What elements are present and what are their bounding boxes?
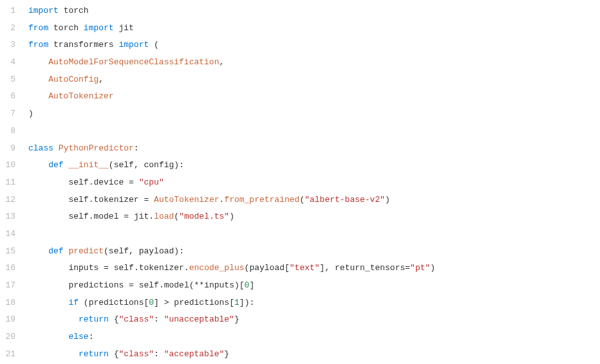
identifier: predictions xyxy=(89,298,144,307)
function-name: encode_plus xyxy=(189,263,245,273)
identifier: jit xyxy=(118,23,133,33)
line-number: 11 xyxy=(0,174,15,192)
number-literal: 1 xyxy=(234,298,239,307)
keyword: import xyxy=(118,40,149,50)
comma: , xyxy=(324,263,330,273)
line-number: 19 xyxy=(0,311,15,329)
code-line xyxy=(28,123,600,140)
comma: , xyxy=(134,160,139,170)
identifier: self xyxy=(68,212,88,221)
keyword: from xyxy=(28,23,48,33)
code-line: return {"class": "unacceptable"} xyxy=(28,311,600,329)
paren: ) xyxy=(234,280,239,290)
keyword: def xyxy=(48,160,63,170)
code-line: def predict(self, payload): xyxy=(28,243,600,260)
class-name: AutoConfig xyxy=(48,75,98,84)
line-number: 17 xyxy=(0,277,15,295)
class-name: AutoModelForSequenceClassification xyxy=(48,57,219,67)
operator: = xyxy=(104,263,109,273)
line-number-gutter: 1 2 3 4 5 6 7 8 9 10 11 12 13 14 15 16 1… xyxy=(0,3,23,363)
colon: : xyxy=(179,160,184,170)
bracket: ] xyxy=(239,298,245,307)
code-line: self.model = jit.load("model.ts") xyxy=(28,208,600,226)
code-line: from torch import jit xyxy=(28,20,600,37)
code-line: else: xyxy=(28,329,600,346)
code-line: self.tokenizer = AutoTokenizer.from_pret… xyxy=(28,192,600,209)
identifier: self xyxy=(114,160,134,170)
identifier: inputs xyxy=(204,280,234,290)
string-literal: "pt" xyxy=(410,263,430,273)
keyword: from xyxy=(28,40,48,50)
function-name: from_pretrained xyxy=(224,195,299,205)
bracket: [ xyxy=(285,263,290,273)
string-literal: "text" xyxy=(290,263,320,273)
function-name: predict xyxy=(68,246,104,256)
brace: } xyxy=(224,349,229,359)
paren: ( xyxy=(189,280,194,290)
identifier: payload xyxy=(249,263,285,273)
identifier: model xyxy=(164,280,189,290)
identifier: tokenizer xyxy=(93,195,138,205)
string-literal: "model.ts" xyxy=(179,212,229,221)
identifier: transformers xyxy=(53,40,114,50)
identifier: torch xyxy=(64,6,89,15)
identifier: self xyxy=(114,263,134,273)
string-literal: "albert-base-v2" xyxy=(305,195,385,205)
identifier: return_tensors xyxy=(335,263,405,273)
code-line: if (predictions[0] > predictions[1]): xyxy=(28,295,600,312)
colon: : xyxy=(249,298,254,307)
code-line: AutoTokenizer xyxy=(28,88,600,105)
identifier: tokenizer xyxy=(139,263,184,273)
identifier: device xyxy=(93,177,124,187)
code-line: AutoConfig, xyxy=(28,71,600,89)
bracket: ] xyxy=(154,298,159,307)
comma: , xyxy=(129,246,134,256)
dot: . xyxy=(134,263,139,273)
line-number: 18 xyxy=(0,295,15,312)
keyword: return xyxy=(79,349,109,359)
function-name: __init__ xyxy=(68,160,108,170)
line-number: 12 xyxy=(0,192,15,209)
line-number: 10 xyxy=(0,157,15,174)
paren: ) xyxy=(385,195,390,205)
paren: ( xyxy=(84,298,89,307)
operator: = xyxy=(129,280,134,290)
identifier: self xyxy=(139,280,159,290)
string-literal: "unacceptable" xyxy=(164,314,234,324)
colon: : xyxy=(179,246,184,256)
operator: > xyxy=(164,298,169,307)
identifier: self xyxy=(68,177,88,187)
line-number: 3 xyxy=(0,37,15,54)
line-number: 21 xyxy=(0,346,15,363)
code-line xyxy=(28,226,600,243)
operator: = xyxy=(129,177,134,187)
identifier: payload xyxy=(139,246,174,256)
identifier: predictions xyxy=(174,298,229,307)
string-literal: "cpu" xyxy=(139,177,164,187)
code-line: class PythonPredictor: xyxy=(28,140,600,158)
line-number: 7 xyxy=(0,105,15,123)
operator: = xyxy=(124,212,129,221)
line-number: 13 xyxy=(0,208,15,226)
comma: , xyxy=(219,57,224,67)
operator: = xyxy=(405,263,410,273)
paren: ( xyxy=(154,40,159,50)
identifier: predictions xyxy=(68,280,124,290)
class-name: AutoTokenizer xyxy=(154,195,219,205)
line-number: 1 xyxy=(0,3,15,20)
identifier: config xyxy=(144,160,174,170)
brace: } xyxy=(234,314,239,324)
line-number: 2 xyxy=(0,20,15,37)
string-literal: "class" xyxy=(118,349,154,359)
class-name: PythonPredictor xyxy=(59,143,134,153)
identifier: self xyxy=(109,246,129,256)
code-line: predictions = self.model(**inputs)[0] xyxy=(28,277,600,295)
keyword: import xyxy=(84,23,114,33)
keyword: return xyxy=(79,314,109,324)
line-number: 16 xyxy=(0,260,15,277)
paren: ) xyxy=(229,212,234,221)
code-line: ) xyxy=(28,105,600,123)
class-name: AutoTokenizer xyxy=(48,91,113,101)
paren: ) xyxy=(430,263,435,273)
keyword: else xyxy=(68,332,88,341)
